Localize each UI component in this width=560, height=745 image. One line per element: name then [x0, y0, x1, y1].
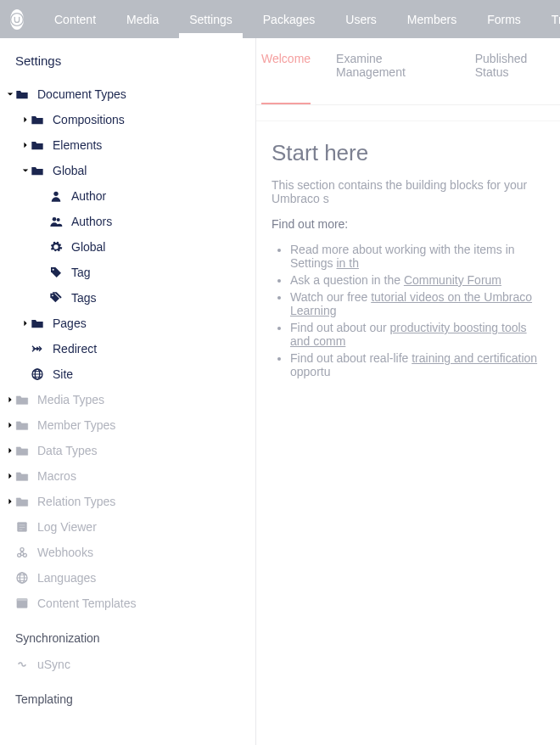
tree-item-label: Authors — [71, 215, 112, 228]
topnav-users[interactable]: Users — [330, 0, 392, 38]
bullet-item: Watch our free tutorial videos on the Um… — [290, 290, 545, 317]
caret-right-icon[interactable] — [7, 498, 14, 505]
umbraco-logo[interactable] — [10, 9, 24, 30]
tree-item-author[interactable]: Author — [0, 183, 255, 209]
tree-item-label: Log Viewer — [37, 520, 97, 534]
globe-icon — [31, 367, 44, 381]
tree-item-languages[interactable]: Languages — [0, 565, 255, 591]
tree-item-data-types[interactable]: Data Types — [0, 438, 255, 463]
folder-icon — [15, 444, 29, 457]
tree-item-label: Author — [71, 189, 106, 203]
tree-item-relation-types[interactable]: Relation Types — [0, 489, 255, 514]
tree-item-label: Elements — [53, 138, 102, 152]
bullet-link[interactable]: training and certification — [412, 351, 537, 365]
tab-examine-management[interactable]: Examine Management — [336, 52, 450, 91]
panel-findout: Find out more: — [272, 217, 545, 231]
log-icon — [15, 520, 29, 534]
caret-right-icon[interactable] — [7, 422, 14, 429]
section-templating: Templating — [0, 677, 255, 713]
bullet-link[interactable]: in th — [336, 256, 358, 270]
folder-icon — [31, 164, 44, 177]
tree-item-macros[interactable]: Macros — [0, 463, 255, 489]
tree-item-label: Redirect — [53, 342, 97, 356]
tree-item-tags[interactable]: Tags — [0, 285, 255, 311]
caret-right-icon[interactable] — [22, 320, 29, 327]
bullet-link[interactable]: Community Forum — [404, 273, 501, 287]
tree-item-label: Tag — [71, 266, 91, 279]
user-icon — [49, 189, 63, 203]
tree: Document TypesCompositionsElementsGlobal… — [0, 81, 255, 616]
caret-right-icon[interactable] — [7, 473, 14, 479]
tree-item-media-types[interactable]: Media Types — [0, 387, 255, 412]
infinity-icon — [15, 658, 29, 671]
bullet-item: Read more about working with the items i… — [290, 243, 545, 270]
content: WelcomeExamine ManagementPublished Statu… — [256, 38, 560, 745]
caret-right-icon[interactable] — [22, 142, 29, 148]
tree-item-label: Tags — [71, 291, 97, 305]
caret-right-icon[interactable] — [7, 447, 14, 454]
tab-welcome[interactable]: Welcome — [261, 52, 311, 91]
tree-item-global[interactable]: Global — [0, 234, 255, 260]
panel-bullets: Read more about working with the items i… — [272, 243, 545, 378]
webhook-icon — [15, 546, 29, 559]
topnav-translation[interactable]: Translation — [536, 0, 560, 38]
folder-icon — [15, 495, 29, 508]
topnav-content[interactable]: Content — [39, 0, 111, 38]
tree-item-authors[interactable]: Authors — [0, 209, 255, 234]
tree-item-content-templates[interactable]: Content Templates — [0, 591, 255, 616]
topnav-members[interactable]: Members — [392, 0, 472, 38]
tree-item-label: Content Templates — [37, 597, 136, 610]
tree-item-label: Global — [53, 164, 87, 177]
folder-icon — [15, 469, 29, 483]
tree-item-label: Media Types — [37, 393, 104, 406]
caret-down-icon[interactable] — [22, 167, 29, 174]
tree-item-label: Document Types — [37, 87, 126, 101]
template-icon — [15, 597, 29, 610]
folder-icon — [15, 87, 29, 101]
caret-right-icon[interactable] — [22, 116, 29, 123]
tree-item-site[interactable]: Site — [0, 361, 255, 387]
tree-item-elements[interactable]: Elements — [0, 132, 255, 158]
caret-down-icon[interactable] — [7, 91, 14, 98]
topnav: ContentMediaSettingsPackagesUsersMembers… — [39, 0, 560, 38]
topnav-media[interactable]: Media — [111, 0, 174, 38]
tree-item-global[interactable]: Global — [0, 158, 255, 183]
tree-item-member-types[interactable]: Member Types — [0, 412, 255, 438]
topnav-settings[interactable]: Settings — [174, 0, 248, 38]
tree-item-redirect[interactable]: Redirect — [0, 336, 255, 361]
tree-item-label: Macros — [37, 469, 76, 483]
caret-right-icon[interactable] — [7, 396, 14, 403]
folder-icon — [15, 393, 29, 406]
topnav-packages[interactable]: Packages — [248, 0, 330, 38]
section-sync: Synchronization — [0, 616, 255, 652]
tree-item-label: Pages — [53, 316, 87, 330]
tree-item-pages[interactable]: Pages — [0, 311, 255, 336]
bullet-item: Find out about real-life training and ce… — [290, 351, 545, 378]
tab-published-status[interactable]: Published Status — [475, 52, 560, 91]
tree-item-webhooks[interactable]: Webhooks — [0, 540, 255, 565]
panel-intro: This section contains the building block… — [272, 178, 545, 205]
folder-icon — [31, 138, 44, 152]
tree-sync: uSync — [0, 652, 255, 677]
tree-item-label: Member Types — [37, 418, 115, 432]
tree-item-label: Global — [71, 240, 105, 254]
tree-item-document-types[interactable]: Document Types — [0, 81, 255, 107]
tag-icon — [49, 266, 63, 279]
tree-item-label: Relation Types — [37, 495, 115, 508]
svg-point-0 — [11, 13, 24, 25]
tree-item-log-viewer[interactable]: Log Viewer — [0, 514, 255, 540]
topnav-forms[interactable]: Forms — [472, 0, 536, 38]
globe-icon — [15, 571, 29, 585]
tags-icon — [49, 291, 63, 305]
tree-item-label: uSync — [37, 658, 70, 671]
tabs: WelcomeExamine ManagementPublished Statu… — [256, 38, 560, 105]
gear-icon — [49, 240, 63, 254]
bullet-item: Find out about our productivity boosting… — [290, 321, 545, 348]
welcome-panel: Start here This section contains the bui… — [256, 120, 560, 401]
tree-item-tag[interactable]: Tag — [0, 260, 255, 285]
tree-item-compositions[interactable]: Compositions — [0, 107, 255, 132]
tree-item-label: Site — [53, 367, 73, 381]
panel-title: Start here — [272, 140, 545, 166]
tree-item-label: Webhooks — [37, 546, 93, 559]
tree-item-usync[interactable]: uSync — [0, 652, 255, 677]
